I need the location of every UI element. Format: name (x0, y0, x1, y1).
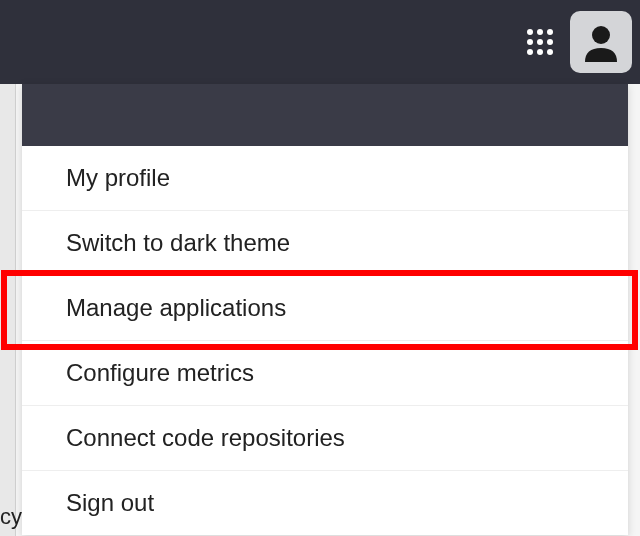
dropdown-menu: My profile Switch to dark theme Manage a… (22, 146, 628, 535)
svg-point-3 (527, 39, 533, 45)
svg-point-9 (592, 26, 610, 44)
user-dropdown: My profile Switch to dark theme Manage a… (22, 84, 628, 535)
avatar-button[interactable] (570, 11, 632, 73)
svg-point-6 (527, 49, 533, 55)
svg-point-0 (527, 29, 533, 35)
apps-grid-icon (525, 27, 555, 57)
svg-point-4 (537, 39, 543, 45)
menu-item-sign-out[interactable]: Sign out (22, 470, 628, 535)
topbar (0, 0, 640, 84)
background-panel (0, 84, 16, 536)
svg-point-1 (537, 29, 543, 35)
menu-item-connect-repos[interactable]: Connect code repositories (22, 405, 628, 470)
dropdown-header (22, 84, 628, 146)
svg-point-7 (537, 49, 543, 55)
menu-item-configure-metrics[interactable]: Configure metrics (22, 340, 628, 405)
svg-point-2 (547, 29, 553, 35)
menu-item-switch-theme[interactable]: Switch to dark theme (22, 210, 628, 275)
background-text-fragment: cy (0, 504, 22, 530)
svg-point-5 (547, 39, 553, 45)
menu-item-manage-applications[interactable]: Manage applications (22, 275, 628, 340)
apps-grid-button[interactable] (518, 20, 562, 64)
svg-point-8 (547, 49, 553, 55)
person-icon (579, 20, 623, 64)
menu-item-my-profile[interactable]: My profile (22, 146, 628, 210)
